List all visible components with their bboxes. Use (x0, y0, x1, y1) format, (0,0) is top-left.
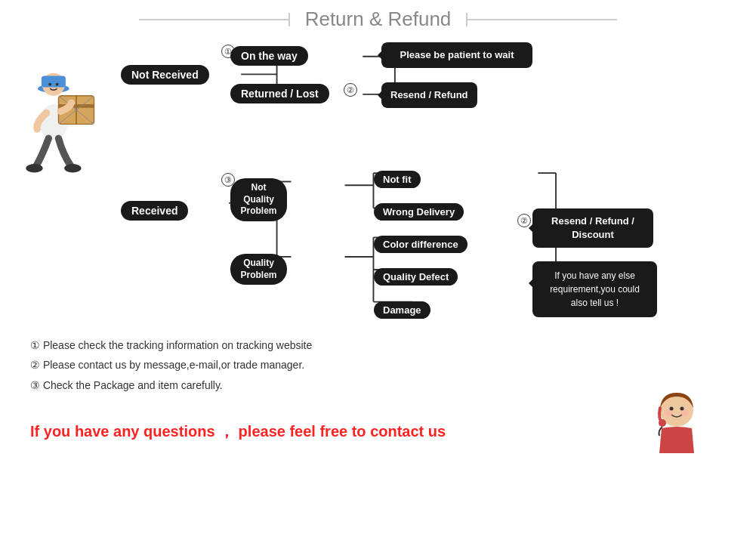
title-section: Return & Refund (15, 8, 741, 31)
svg-point-47 (665, 409, 672, 417)
not-quality-label: Not Quality Problem (241, 182, 277, 218)
svg-point-12 (64, 164, 82, 172)
color-diff-box: Color difference (374, 236, 467, 253)
returned-lost-box: Returned / Lost (230, 84, 329, 103)
title-line-left (139, 19, 290, 20)
circle-2-top-label: ② (344, 83, 357, 97)
on-the-way-box: On the way (230, 46, 308, 66)
damage-box: Damage (374, 301, 430, 319)
flowchart: Not Received Received ① On the way Retur… (113, 39, 741, 310)
not-received-box: Not Received (121, 65, 209, 85)
page-title: Return & Refund (290, 8, 467, 31)
diagram-area: Not Received Received ① On the way Retur… (15, 39, 741, 326)
requirement-box: If you have any else requirement,you cou… (532, 261, 657, 317)
contact-text: If you have any questions ， please feel … (30, 421, 446, 442)
svg-point-46 (659, 419, 666, 427)
svg-point-48 (681, 409, 689, 417)
not-fit-box: Not fit (374, 171, 421, 188)
title-line-right (466, 19, 617, 20)
svg-point-3 (48, 83, 51, 86)
svg-point-11 (26, 164, 43, 172)
note-2: ② Please contact us by message,e-mail,or… (30, 357, 726, 373)
footer-bottom: If you have any questions ， please feel … (30, 397, 726, 457)
quality-problem-label: Quality Problem (241, 258, 277, 281)
wrong-delivery-box: Wrong Delivery (374, 203, 464, 221)
resend-discount-box: Resend / Refund / Discount (532, 208, 653, 248)
quality-problem-box: Quality Problem (230, 254, 287, 285)
footer-notes: ① Please check the tracking information … (15, 337, 741, 457)
delivery-person-icon (19, 69, 110, 190)
svg-point-4 (56, 83, 59, 86)
not-quality-box: Not Quality Problem (230, 178, 287, 221)
resend-refund-top-box: Resend / Refund (381, 82, 477, 108)
quality-defect-box: Quality Defect (374, 268, 458, 286)
delivery-figure (15, 69, 113, 190)
note-1: ① Please check the tracking information … (30, 337, 726, 353)
customer-service-icon (643, 389, 711, 457)
note-3: ③ Check the Package and item carefully. (30, 377, 726, 394)
page-container: Return & Refund (0, 0, 756, 534)
patient-box: Please be patient to wait (381, 42, 532, 68)
svg-rect-2 (42, 76, 66, 87)
received-box: Received (121, 201, 188, 221)
